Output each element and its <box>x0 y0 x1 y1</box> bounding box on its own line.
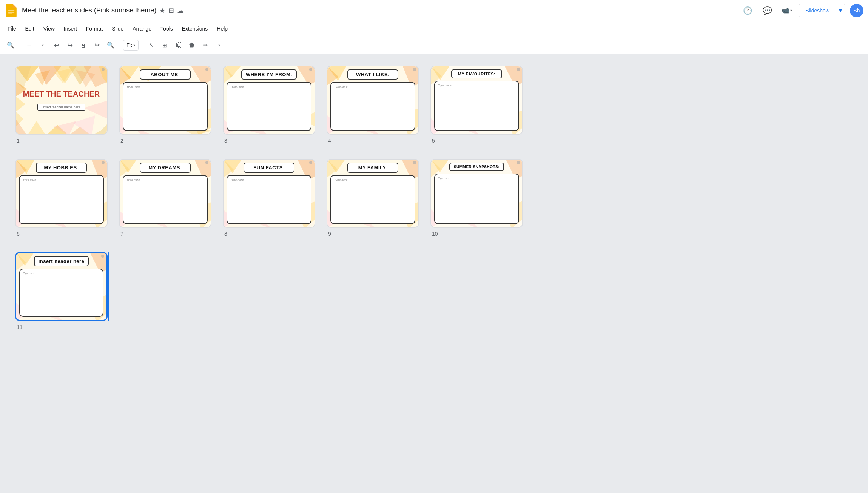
slide7-content: MY DREAMS: Type here <box>120 160 211 227</box>
slide9-content: MY FAMILY: Type here <box>327 160 418 227</box>
slide6-body: Type here <box>19 175 104 224</box>
title-bar: Meet the teacher slides (Pink sunrise th… <box>0 0 868 21</box>
slide7-body: Type here <box>123 175 208 224</box>
slide-thumbnail-7[interactable]: MY DREAMS: Type here <box>119 159 211 228</box>
slide8-placeholder: Type here <box>230 178 244 181</box>
slide-thumbnail-2[interactable]: ABOUT ME: Type here <box>119 66 211 135</box>
toolbar-divider-1 <box>20 41 20 50</box>
slide8-body: Type here <box>227 175 311 224</box>
slide7-placeholder: Type here <box>126 178 140 181</box>
corner-pin-2 <box>205 68 208 71</box>
slide-number-8: 8 <box>223 231 227 237</box>
corner-pin-3 <box>309 68 312 71</box>
menu-slide[interactable]: Slide <box>107 24 128 33</box>
slide-thumbnail-6[interactable]: MY HOBBIES: Type here <box>15 159 108 228</box>
toolbar-divider-3 <box>142 41 142 50</box>
slide6-header: MY HOBBIES: <box>36 163 87 173</box>
slide-thumbnail-11[interactable]: Insert header here Type here <box>15 252 108 321</box>
slide-item-8: FUN FACTS: Type here 8 <box>223 159 315 237</box>
slide-thumbnail-1[interactable]: MEET THE TEACHER Insert teacher name her… <box>15 66 108 135</box>
app-logo[interactable] <box>5 4 18 17</box>
history-button[interactable]: 🕐 <box>740 3 755 18</box>
user-avatar[interactable]: Sh <box>850 4 863 17</box>
menu-view[interactable]: View <box>39 24 59 33</box>
slide5-header: MY FAVOURITES: <box>451 69 502 78</box>
document-title: Meet the teacher slides (Pink sunrise th… <box>22 6 156 14</box>
comments-button[interactable]: 💬 <box>760 3 775 18</box>
redo-button[interactable]: ↪ <box>64 39 76 51</box>
line-tool[interactable]: ✏ <box>199 39 211 51</box>
menu-help[interactable]: Help <box>212 24 232 33</box>
slide-item-7: MY DREAMS: Type here 7 <box>119 159 211 237</box>
menu-insert[interactable]: Insert <box>59 24 82 33</box>
slide-item-2: ABOUT ME: Type here 2 <box>119 66 211 144</box>
corner-pin-8 <box>309 161 312 164</box>
slide3-content: WHERE I'M FROM: Type here <box>224 66 315 134</box>
slideshow-main[interactable]: Slideshow <box>799 4 836 17</box>
toolbar: 🔍 + ▾ ↩ ↪ 🖨 ✂ 🔍 Fit ▾ ↖ ⊞ 🖼 ⬟ ✏ ▾ <box>0 36 868 54</box>
slide8-content: FUN FACTS: Type here <box>224 160 315 227</box>
slide-thumbnail-5[interactable]: MY FAVOURITES: Type here <box>430 66 523 135</box>
slide-thumbnail-3[interactable]: WHERE I'M FROM: Type here <box>223 66 315 135</box>
slide2-placeholder: Type here <box>126 85 140 88</box>
menu-file[interactable]: File <box>3 24 21 33</box>
shape-tool[interactable]: ⬟ <box>186 39 198 51</box>
add-button[interactable]: + <box>23 39 35 51</box>
add-dropdown[interactable]: ▾ <box>37 39 49 51</box>
header-right: 🕐 💬 📹 ▾ Slideshow ▾ Sh <box>740 3 863 18</box>
slide6-content: MY HOBBIES: Type here <box>16 160 107 227</box>
slide5-body: Type here <box>434 81 519 131</box>
slide1-content: MEET THE TEACHER Insert teacher name her… <box>16 66 107 134</box>
paint-format-button[interactable]: ✂ <box>91 39 103 51</box>
slide4-content: WHAT I LIKE: Type here <box>327 66 418 134</box>
slides-row-2: MY HOBBIES: Type here 6 <box>15 159 853 237</box>
meet-button[interactable]: 📹 ▾ <box>779 3 794 18</box>
slide2-body: Type here <box>123 82 208 131</box>
slide-number-4: 4 <box>327 138 331 144</box>
slide10-body: Type here <box>434 174 519 224</box>
menu-edit[interactable]: Edit <box>21 24 39 33</box>
slide2-header: ABOUT ME: <box>140 69 191 80</box>
slide4-body: Type here <box>330 82 415 131</box>
menu-extensions[interactable]: Extensions <box>177 24 212 33</box>
slide9-header: MY FAMILY: <box>347 163 398 173</box>
slide10-header: SUMMER SNAPSHOTS: <box>449 163 504 171</box>
slide11-placeholder: Type here <box>23 272 36 275</box>
corner-pin-7 <box>205 161 208 164</box>
menu-arrange[interactable]: Arrange <box>128 24 156 33</box>
corner-pin-5 <box>517 68 520 71</box>
slide-thumbnail-8[interactable]: FUN FACTS: Type here <box>223 159 315 228</box>
star-icon[interactable]: ★ <box>159 6 165 15</box>
slide-number-11: 11 <box>15 324 23 330</box>
corner-pin-10 <box>517 161 520 164</box>
menu-tools[interactable]: Tools <box>156 24 177 33</box>
line-dropdown[interactable]: ▾ <box>213 39 225 51</box>
selection-tool[interactable]: ⊞ <box>159 39 171 51</box>
slide-item-3: WHERE I'M FROM: Type here 3 <box>223 66 315 144</box>
slideshow-dropdown[interactable]: ▾ <box>836 4 845 17</box>
undo-button[interactable]: ↩ <box>50 39 62 51</box>
zoom-selector[interactable]: Fit ▾ <box>123 40 139 51</box>
slide-item-9: MY FAMILY: Type here 9 <box>327 159 419 237</box>
slide-item-4: WHAT I LIKE: Type here 4 <box>327 66 419 144</box>
slide-number-1: 1 <box>15 138 20 144</box>
select-tool[interactable]: ↖ <box>145 39 157 51</box>
slide-thumbnail-9[interactable]: MY FAMILY: Type here <box>327 159 419 228</box>
search-button[interactable]: 🔍 <box>5 39 17 51</box>
folder-icon[interactable]: ⊟ <box>168 6 174 15</box>
slide-thumbnail-4[interactable]: WHAT I LIKE: Type here <box>327 66 419 135</box>
cloud-icon[interactable]: ☁ <box>177 6 184 15</box>
slideshow-button[interactable]: Slideshow ▾ <box>799 4 845 17</box>
slide4-placeholder: Type here <box>334 85 347 88</box>
image-tool[interactable]: 🖼 <box>172 39 184 51</box>
menu-format[interactable]: Format <box>82 24 107 33</box>
slides-row-3: Insert header here Type here 11 <box>15 252 853 330</box>
print-button[interactable]: 🖨 <box>77 39 89 51</box>
svg-rect-2 <box>8 13 12 14</box>
corner-pin-6 <box>102 161 105 164</box>
slide-thumbnail-10[interactable]: SUMMER SNAPSHOTS: Type here <box>430 159 523 228</box>
corner-pin-4 <box>413 68 416 71</box>
zoom-button[interactable]: 🔍 <box>105 39 117 51</box>
slide9-placeholder: Type here <box>334 178 347 181</box>
slide10-placeholder: Type here <box>438 177 451 180</box>
